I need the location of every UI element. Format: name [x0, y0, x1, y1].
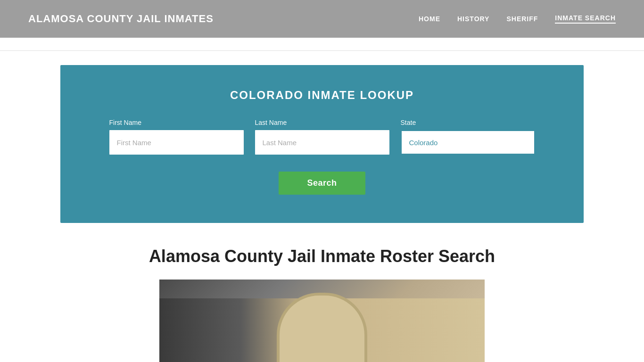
nav-inmate-search[interactable]: INMATE SEARCH [555, 14, 616, 24]
search-button[interactable]: Search [279, 172, 365, 195]
first-name-label: First Name [109, 119, 244, 126]
nav-sheriff[interactable]: SHERIFF [506, 15, 538, 23]
last-name-input[interactable] [255, 130, 389, 155]
last-name-label: Last Name [255, 119, 389, 126]
state-input[interactable] [401, 130, 535, 155]
lookup-title: COLORADO INMATE LOOKUP [89, 89, 555, 102]
main-content: Alamosa County Jail Inmate Roster Search [60, 237, 584, 362]
page-heading: Alamosa County Jail Inmate Roster Search [60, 247, 584, 266]
jail-image-container [60, 280, 584, 362]
inmate-lookup-section: COLORADO INMATE LOOKUP First Name Last N… [60, 65, 584, 223]
nav-home[interactable]: HOME [419, 15, 440, 23]
last-name-group: Last Name [255, 119, 389, 155]
state-label: State [401, 119, 535, 126]
state-group: State [401, 119, 535, 155]
sub-header-bar [0, 38, 644, 51]
site-header: ALAMOSA COUNTY JAIL INMATES HOME HISTORY… [0, 0, 644, 38]
search-btn-container: Search [89, 172, 555, 195]
first-name-input[interactable] [109, 130, 244, 155]
main-nav: HOME HISTORY SHERIFF INMATE SEARCH [419, 14, 616, 24]
jail-building-image [159, 280, 485, 362]
site-title: ALAMOSA COUNTY JAIL INMATES [28, 13, 214, 25]
nav-history[interactable]: HISTORY [457, 15, 489, 23]
search-fields-row: First Name Last Name State [89, 119, 555, 155]
arch-decoration [289, 308, 355, 362]
first-name-group: First Name [109, 119, 244, 155]
